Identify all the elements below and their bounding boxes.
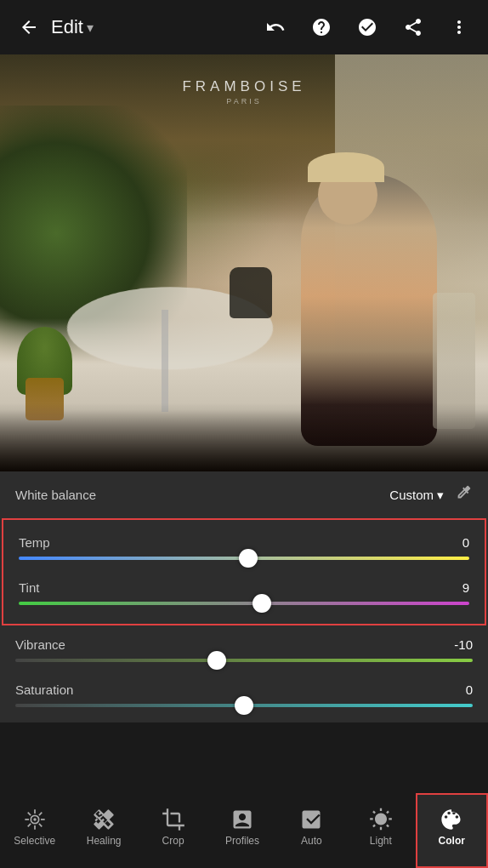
nav-label-profiles: Profiles bbox=[225, 835, 259, 847]
photo-brand-text: FRAMBOISE bbox=[182, 78, 305, 95]
nav-item-healing[interactable]: Healing bbox=[69, 793, 138, 868]
help-button[interactable] bbox=[306, 12, 337, 43]
temp-track[interactable] bbox=[19, 557, 469, 560]
white-balance-label: White balance bbox=[15, 488, 96, 502]
nav-label-selective: Selective bbox=[14, 835, 55, 847]
top-bar: Edit ▾ bbox=[0, 0, 488, 54]
tint-thumb[interactable] bbox=[253, 594, 271, 613]
vibrance-thumb[interactable] bbox=[207, 651, 226, 670]
nav-item-crop[interactable]: Crop bbox=[139, 793, 207, 868]
temp-value: 0 bbox=[462, 535, 469, 550]
tint-slider-header: Tint 9 bbox=[19, 580, 469, 595]
top-bar-left: Edit ▾ bbox=[14, 12, 253, 43]
nav-item-selective[interactable]: Selective bbox=[0, 793, 69, 868]
tint-slider-row: Tint 9 bbox=[3, 572, 485, 617]
svg-line-7 bbox=[39, 824, 42, 826]
healing-icon bbox=[92, 808, 116, 831]
nav-label-color: Color bbox=[439, 835, 465, 847]
light-icon bbox=[369, 808, 393, 831]
temp-slider-row: Temp 0 bbox=[3, 527, 485, 572]
nav-item-auto[interactable]: Auto bbox=[277, 793, 346, 868]
nav-label-healing: Healing bbox=[87, 835, 122, 847]
nav-item-color[interactable]: Color bbox=[416, 793, 488, 868]
svg-line-8 bbox=[39, 813, 42, 815]
svg-line-9 bbox=[27, 824, 30, 826]
profiles-icon bbox=[230, 808, 254, 831]
selective-icon bbox=[23, 808, 47, 831]
photo-area: FRAMBOISE PARIS bbox=[0, 54, 488, 471]
normal-sliders: Vibrance -10 Saturation 0 bbox=[0, 625, 488, 722]
auto-icon bbox=[299, 808, 323, 831]
bottom-nav: Selective Healing Crop Profiles Auto Lig… bbox=[0, 793, 488, 868]
tint-label: Tint bbox=[19, 580, 39, 595]
back-button[interactable] bbox=[14, 12, 44, 43]
white-balance-row: White balance Custom ▾ bbox=[0, 471, 488, 518]
saturation-label: Saturation bbox=[15, 682, 73, 697]
white-balance-dropdown[interactable]: Custom ▾ bbox=[389, 488, 444, 503]
share-button[interactable] bbox=[398, 12, 428, 43]
confirm-button[interactable] bbox=[352, 12, 383, 43]
photo-brand-sub: PARIS bbox=[182, 97, 305, 106]
crop-icon bbox=[162, 808, 185, 831]
pipette-button[interactable] bbox=[454, 483, 473, 506]
more-options-button[interactable] bbox=[444, 12, 474, 43]
nav-item-light[interactable]: Light bbox=[346, 793, 415, 868]
temp-slider-header: Temp 0 bbox=[19, 535, 469, 550]
color-icon bbox=[440, 808, 463, 831]
controls-area: White balance Custom ▾ Temp 0 Tint bbox=[0, 471, 488, 722]
saturation-thumb[interactable] bbox=[235, 696, 253, 715]
vibrance-track[interactable] bbox=[15, 659, 473, 662]
saturation-track[interactable] bbox=[15, 704, 473, 707]
vibrance-slider-header: Vibrance -10 bbox=[15, 637, 473, 652]
svg-point-1 bbox=[33, 818, 37, 821]
photo-overlay bbox=[0, 403, 488, 471]
tint-track[interactable] bbox=[19, 602, 469, 605]
tint-value: 9 bbox=[462, 580, 469, 595]
vibrance-label: Vibrance bbox=[15, 637, 65, 652]
photo-placeholder: FRAMBOISE PARIS bbox=[0, 54, 488, 471]
nav-item-profiles[interactable]: Profiles bbox=[207, 793, 276, 868]
nav-label-crop: Crop bbox=[162, 835, 184, 847]
nav-label-auto: Auto bbox=[301, 835, 322, 847]
temp-thumb[interactable] bbox=[239, 549, 258, 568]
svg-line-6 bbox=[27, 813, 30, 815]
saturation-value: 0 bbox=[466, 682, 473, 697]
top-bar-right bbox=[260, 12, 474, 43]
wb-right: Custom ▾ bbox=[389, 483, 473, 506]
undo-button[interactable] bbox=[260, 12, 291, 43]
saturation-slider-header: Saturation 0 bbox=[15, 682, 473, 697]
vibrance-slider-row: Vibrance -10 bbox=[0, 629, 488, 674]
highlighted-sliders: Temp 0 Tint 9 bbox=[2, 518, 486, 625]
vibrance-value: -10 bbox=[454, 637, 473, 652]
temp-label: Temp bbox=[19, 535, 50, 550]
saturation-slider-row: Saturation 0 bbox=[0, 674, 488, 719]
page-title: Edit ▾ bbox=[51, 16, 94, 38]
nav-label-light: Light bbox=[370, 835, 392, 847]
